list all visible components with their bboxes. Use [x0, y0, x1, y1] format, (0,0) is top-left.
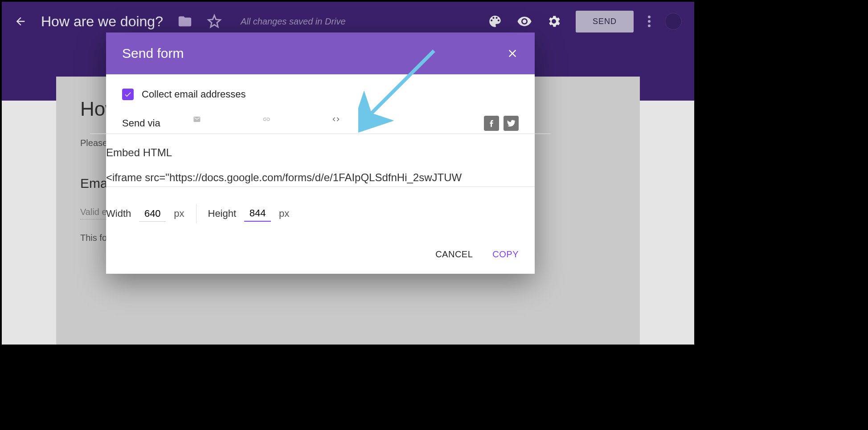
collect-emails-checkbox[interactable]	[122, 89, 134, 100]
send-via-email-tab[interactable]	[189, 115, 205, 131]
close-icon[interactable]	[506, 47, 519, 60]
width-input[interactable]	[139, 206, 166, 222]
check-icon	[124, 90, 132, 98]
width-unit: px	[174, 208, 184, 219]
height-label: Height	[208, 208, 237, 219]
share-twitter-icon[interactable]	[504, 116, 519, 131]
copy-button[interactable]: COPY	[492, 249, 519, 260]
width-label: Width	[106, 208, 131, 219]
dialog-title: Send form	[122, 46, 184, 61]
send-via-embed-tab[interactable]	[328, 115, 344, 131]
height-unit: px	[279, 208, 289, 219]
embed-code-field[interactable]: <iframe src="https://docs.google.com/for…	[106, 171, 535, 187]
collect-emails-label: Collect email addresses	[142, 89, 246, 100]
share-facebook-icon[interactable]	[484, 116, 499, 131]
embed-heading: Embed HTML	[106, 146, 535, 159]
cancel-button[interactable]: CANCEL	[435, 249, 473, 260]
send-via-link-tab[interactable]	[258, 115, 274, 131]
send-form-dialog: Send form Collect email addresses Send v…	[106, 32, 535, 274]
height-input[interactable]	[244, 206, 271, 222]
send-via-label: Send via	[122, 118, 180, 129]
